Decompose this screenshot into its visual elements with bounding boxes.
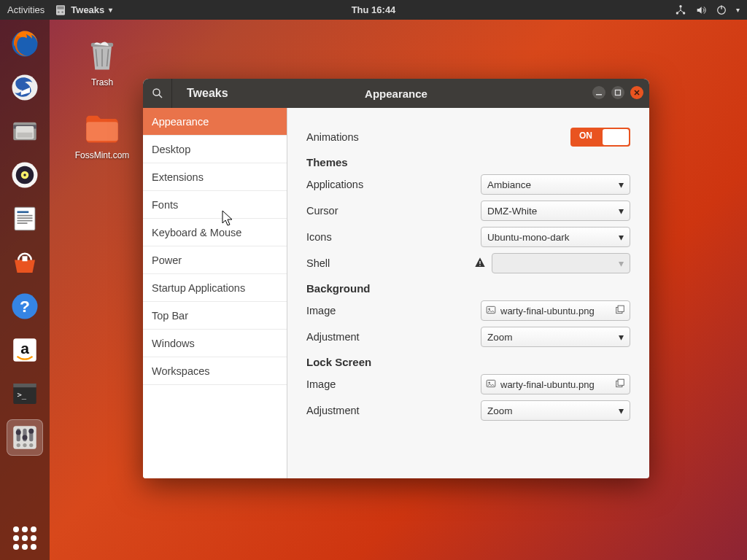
sidebar-item-desktop[interactable]: Desktop [143,136,287,163]
svg-rect-21 [18,215,33,217]
svg-text:?: ? [20,297,30,316]
chevron-down-icon: ▾ [619,179,624,190]
themes-header: Themes [306,156,630,168]
dock-firefox[interactable] [7,26,43,62]
sidebar-item-workspaces[interactable]: Workspaces [143,357,287,385]
dock-writer[interactable] [7,201,43,237]
chevron-down-icon: ▾ [619,331,624,343]
file-open-icon [615,378,625,391]
bg-image-button[interactable]: warty-final-ubuntu.png [481,300,630,321]
shell-label: Shell [306,257,474,269]
svg-point-2 [58,11,60,13]
animations-label: Animations [306,131,474,143]
dock: ? a >_ [0,20,50,560]
dock-files[interactable] [7,113,43,149]
svg-rect-44 [86,122,117,141]
svg-text:>_: >_ [18,390,27,400]
sidebar-item-fonts[interactable]: Fonts [143,191,287,219]
dock-amazon[interactable]: a [7,332,43,368]
sidebar-item-extensions[interactable]: Extensions [143,163,287,191]
svg-point-4 [679,5,681,7]
svg-point-41 [23,443,26,447]
bg-adjust-combo[interactable]: Zoom ▾ [481,327,630,347]
svg-point-3 [62,11,64,13]
svg-rect-31 [13,384,36,387]
ls-adjust-combo[interactable]: Zoom ▾ [481,400,630,421]
app-menu-label: Tweaks [71,4,104,15]
applications-label: Applications [306,179,474,190]
svg-rect-24 [18,222,28,224]
dock-tweaks[interactable] [7,419,43,456]
dock-rhythmbox[interactable] [7,157,43,193]
image-file-icon [486,305,496,317]
svg-rect-48 [479,261,480,264]
svg-rect-20 [18,211,29,214]
svg-rect-23 [18,220,33,222]
search-button[interactable] [143,79,172,108]
sidebar-item-appearance[interactable]: Appearance [143,108,287,136]
close-button[interactable] [630,86,643,99]
sidebar-item-windows[interactable]: Windows [143,330,287,357]
svg-rect-22 [18,217,33,219]
chevron-down-icon: ▾ [109,6,112,14]
warning-icon [474,257,486,271]
sidebar-item-startup-apps[interactable]: Startup Applications [143,274,287,302]
dock-help[interactable]: ? [7,288,43,324]
animations-toggle[interactable]: ON [570,128,630,147]
show-applications-button[interactable] [13,526,36,550]
desktop-trash[interactable]: Trash [73,36,131,88]
sidebar-item-top-bar[interactable]: Top Bar [143,302,287,330]
applications-combo[interactable]: Ambiance ▾ [481,174,630,195]
chevron-down-icon: ▾ [619,405,624,416]
svg-rect-14 [18,133,33,138]
sidebar-item-power[interactable]: Power [143,246,287,274]
chevron-down-icon: ▾ [619,205,624,217]
content-pane: Animations ON Themes Applications Ambian… [287,108,649,478]
svg-rect-25 [23,256,28,261]
desktop-folder[interactable]: FossMint.com [73,109,131,160]
switch-on-label: ON [579,131,592,141]
chevron-down-icon: ▾ [619,231,624,243]
file-open-icon [615,305,625,317]
bg-image-label: Image [306,305,474,316]
svg-rect-46 [596,94,602,96]
svg-rect-8 [721,5,721,9]
shell-combo: ▾ [492,253,630,273]
dock-terminal[interactable]: >_ [7,376,43,412]
chevron-down-icon: ▾ [619,257,624,269]
cursor-label: Cursor [306,205,474,217]
cursor-combo[interactable]: DMZ-White ▾ [481,201,630,221]
clock[interactable]: Thu 16:44 [352,4,396,15]
sidebar-item-keyboard-mouse[interactable]: Keyboard & Mouse [143,219,287,246]
ls-image-label: Image [306,378,474,390]
maximize-button[interactable] [611,86,624,99]
icons-combo[interactable]: Ubuntu-mono-dark ▾ [481,227,630,247]
svg-point-42 [29,443,33,447]
svg-point-55 [489,381,490,383]
icons-label: Icons [306,231,474,243]
volume-icon[interactable] [695,4,707,16]
svg-rect-53 [618,306,624,311]
app-menu[interactable]: Tweaks ▾ [55,4,112,16]
desktop-trash-label: Trash [73,77,131,88]
dock-software[interactable] [7,244,43,281]
desktop-folder-label: FossMint.com [73,150,131,160]
titlebar[interactable]: Tweaks Appearance [143,79,649,108]
power-icon[interactable] [716,4,727,16]
activities-button[interactable]: Activities [7,4,44,15]
lockscreen-header: Lock Screen [306,356,630,368]
network-icon[interactable] [675,4,686,16]
svg-text:a: a [20,340,29,357]
bg-adjust-label: Adjustment [306,331,474,343]
system-menu-caret-icon[interactable]: ▾ [736,6,740,14]
dock-thunderbird[interactable] [7,69,43,106]
tweaks-window: Tweaks Appearance Appearance Desktop Ext… [143,79,649,478]
ls-adjust-label: Adjustment [306,405,474,416]
svg-point-37 [16,430,21,435]
svg-point-38 [23,435,28,440]
svg-rect-1 [58,6,64,9]
svg-rect-49 [479,265,480,265]
minimize-button[interactable] [592,86,605,99]
svg-point-51 [489,308,490,309]
ls-image-button[interactable]: warty-final-ubuntu.png [481,374,630,394]
